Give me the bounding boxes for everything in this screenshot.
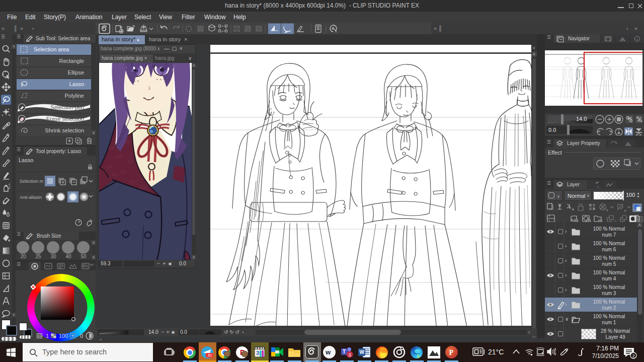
svg-text:3: 3 [256,350,259,356]
svg-text:3: 3 [349,352,351,357]
svg-text:W: W [360,349,365,355]
svg-text:w: w [325,348,331,356]
svg-text:P: P [449,349,454,356]
svg-text:T: T [343,349,346,354]
svg-text:2: 2 [632,353,635,358]
